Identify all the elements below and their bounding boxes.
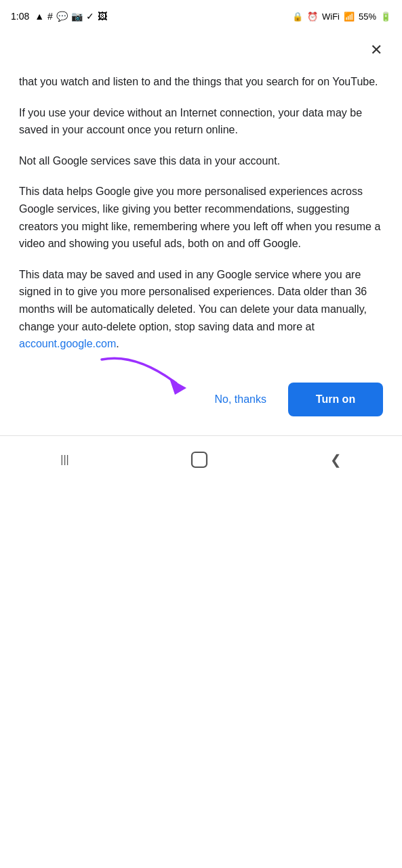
time-display: 1:08 (11, 11, 29, 22)
paragraph-5: This data may be saved and used in any G… (19, 266, 383, 353)
status-bar: 1:08 ▲ # 💬 📷 ✓ 🖼 🔒 ⏰ WiFi 📶 55% 🔋 (0, 0, 402, 32)
account-google-link[interactable]: account.google.com (19, 338, 116, 349)
notification-icons: ▲ # 💬 📷 ✓ 🖼 (35, 11, 107, 22)
home-button[interactable] (190, 450, 209, 469)
signal-icon: ▲ (35, 11, 44, 22)
no-thanks-button[interactable]: No, thanks (207, 388, 275, 411)
lock-icon: 🔒 (292, 12, 303, 22)
status-bar-left: 1:08 ▲ # 💬 📷 ✓ 🖼 (11, 11, 107, 22)
check-icon: ✓ (86, 11, 94, 22)
wifi-icon: WiFi (322, 12, 340, 22)
svg-marker-0 (169, 378, 186, 395)
whatsapp-icon: 💬 (56, 11, 68, 22)
svg-rect-1 (192, 452, 207, 467)
close-button[interactable]: ✕ (364, 38, 388, 62)
paragraph-4: This data helps Google give you more per… (19, 183, 383, 252)
alarm-icon: ⏰ (307, 12, 318, 22)
paragraph-5-text: This data may be saved and used in any G… (19, 269, 367, 332)
content-area: that you watch and listen to and the thi… (0, 65, 402, 353)
no-thanks-label: No, thanks (215, 393, 266, 405)
recent-apps-icon: ||| (60, 454, 68, 466)
back-button[interactable]: ❮ (330, 452, 342, 468)
battery-icon: 🔋 (380, 12, 391, 22)
navigation-bar: ||| ❮ (0, 435, 402, 484)
paragraph-5-period: . (116, 338, 119, 349)
battery-display: 55% (359, 12, 376, 22)
actions-area: No, thanks Turn on (0, 366, 402, 425)
paragraph-3: Not all Google services save this data i… (19, 152, 383, 170)
status-bar-right: 🔒 ⏰ WiFi 📶 55% 🔋 (292, 12, 391, 22)
paragraph-1: that you watch and listen to and the thi… (19, 73, 383, 91)
close-row: ✕ (0, 32, 402, 65)
close-icon: ✕ (370, 41, 382, 59)
turn-on-label: Turn on (316, 393, 355, 405)
back-icon: ❮ (330, 452, 342, 468)
home-icon (190, 450, 209, 469)
image-icon: 🖼 (98, 11, 107, 22)
turn-on-button[interactable]: Turn on (288, 383, 383, 416)
hashtag-icon: # (47, 11, 53, 22)
recent-apps-button[interactable]: ||| (60, 454, 68, 466)
paragraph-2: If you use your device without an Intern… (19, 104, 383, 139)
signal-strength-icon: 📶 (344, 12, 355, 22)
instagram-icon: 📷 (71, 11, 83, 22)
